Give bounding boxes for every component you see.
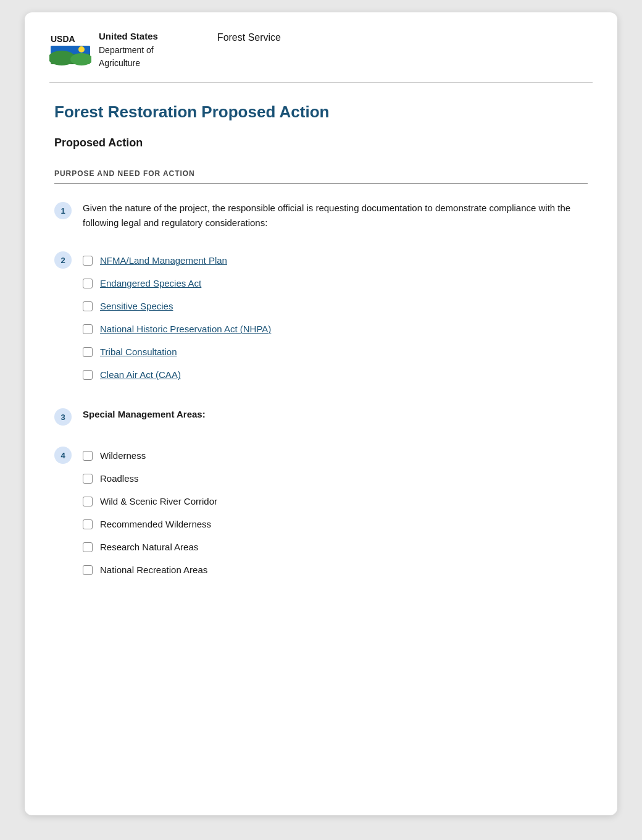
usda-logo-image: USDA <box>49 32 91 67</box>
checkbox-item-tribal: Tribal Consultation <box>83 346 588 357</box>
checkbox-label-tribal[interactable]: Tribal Consultation <box>100 346 177 357</box>
checkbox-rec-wilderness[interactable] <box>83 519 93 529</box>
numbered-item-4: 4 Wilderness Roadless Wild & Scenic Rive… <box>54 445 588 587</box>
subsection-divider <box>54 183 588 184</box>
checkbox-label-sensitive[interactable]: Sensitive Species <box>100 301 173 311</box>
legal-checkboxes-container: NFMA/Land Management Plan Endangered Spe… <box>83 250 588 392</box>
management-checkboxes-container: Wilderness Roadless Wild & Scenic River … <box>83 445 588 587</box>
checkbox-item-roadless: Roadless <box>83 473 588 484</box>
main-content: Forest Restoration Proposed Action Propo… <box>25 83 617 628</box>
checkbox-wild-scenic[interactable] <box>83 497 93 506</box>
checkbox-nfma[interactable] <box>83 256 93 266</box>
svg-point-5 <box>78 46 85 52</box>
checkbox-label-rec-wilderness: Recommended Wilderness <box>100 519 211 529</box>
agency-text: United States Department of Agriculture <box>99 30 158 70</box>
checkbox-label-wilderness: Wilderness <box>100 450 146 461</box>
item-1-content: Given the nature of the project, the res… <box>83 201 588 230</box>
checkbox-item-wild-scenic: Wild & Scenic River Corridor <box>83 496 588 506</box>
checkbox-label-nhpa[interactable]: National Historic Preservation Act (NHPA… <box>100 324 271 334</box>
number-badge-2: 2 <box>54 251 72 269</box>
header: USDA United States Department of Agricul… <box>25 12 617 82</box>
numbered-item-3: 3 Special Management Areas: <box>54 407 588 426</box>
agency-name: United States <box>99 30 158 44</box>
checkbox-label-national-rec: National Recreation Areas <box>100 565 207 575</box>
item-1-text: Given the nature of the project, the res… <box>83 201 588 230</box>
section-heading: Proposed Action <box>54 136 588 149</box>
usda-logo: USDA United States Department of Agricul… <box>49 30 158 70</box>
header-right: Forest Service <box>168 30 593 43</box>
checkbox-caa[interactable] <box>83 370 93 380</box>
checkbox-item-wilderness: Wilderness <box>83 450 588 461</box>
page-title: Forest Restoration Proposed Action <box>54 103 588 122</box>
checkbox-label-caa[interactable]: Clean Air Act (CAA) <box>100 369 181 380</box>
checkbox-item-rec-wilderness: Recommended Wilderness <box>83 519 588 529</box>
checkbox-label-research-natural: Research Natural Areas <box>100 542 198 552</box>
checkbox-item-nhpa: National Historic Preservation Act (NHPA… <box>83 324 588 334</box>
svg-text:USDA: USDA <box>51 34 75 44</box>
checkbox-esa[interactable] <box>83 279 93 288</box>
forest-service-label: Forest Service <box>217 32 281 43</box>
checkbox-label-nfma[interactable]: NFMA/Land Management Plan <box>100 255 227 266</box>
item-3-text: Special Management Areas: <box>83 407 588 422</box>
checkbox-item-caa: Clean Air Act (CAA) <box>83 369 588 380</box>
numbered-item-1: 1 Given the nature of the project, the r… <box>54 201 588 230</box>
checkbox-label-esa[interactable]: Endangered Species Act <box>100 278 201 288</box>
numbered-item-2: 2 NFMA/Land Management Plan Endangered S… <box>54 250 588 392</box>
checkbox-item-research-natural: Research Natural Areas <box>83 542 588 552</box>
checkbox-wilderness[interactable] <box>83 451 93 461</box>
number-badge-4: 4 <box>54 447 72 464</box>
checkbox-roadless[interactable] <box>83 474 93 484</box>
checkbox-label-wild-scenic: Wild & Scenic River Corridor <box>100 496 217 506</box>
checkbox-label-roadless: Roadless <box>100 473 139 484</box>
agency-sub2: Agriculture <box>99 57 158 70</box>
number-badge-1: 1 <box>54 202 72 219</box>
number-badge-3: 3 <box>54 408 72 426</box>
legal-checkbox-list: NFMA/Land Management Plan Endangered Spe… <box>83 255 588 380</box>
checkbox-nhpa[interactable] <box>83 324 93 334</box>
checkbox-national-rec[interactable] <box>83 565 93 575</box>
item-3-content: Special Management Areas: <box>83 407 588 422</box>
subsection-label: PURPOSE AND NEED FOR ACTION <box>54 169 588 178</box>
checkbox-research-natural[interactable] <box>83 542 93 552</box>
checkbox-item-national-rec: National Recreation Areas <box>83 565 588 575</box>
checkbox-item-sensitive: Sensitive Species <box>83 301 588 311</box>
page-container: USDA United States Department of Agricul… <box>25 12 617 815</box>
checkbox-sensitive[interactable] <box>83 301 93 311</box>
management-checkbox-list: Wilderness Roadless Wild & Scenic River … <box>83 450 588 575</box>
checkbox-tribal[interactable] <box>83 347 93 357</box>
checkbox-item-esa: Endangered Species Act <box>83 278 588 288</box>
agency-sub1: Department of <box>99 44 158 57</box>
checkbox-item-nfma: NFMA/Land Management Plan <box>83 255 588 266</box>
